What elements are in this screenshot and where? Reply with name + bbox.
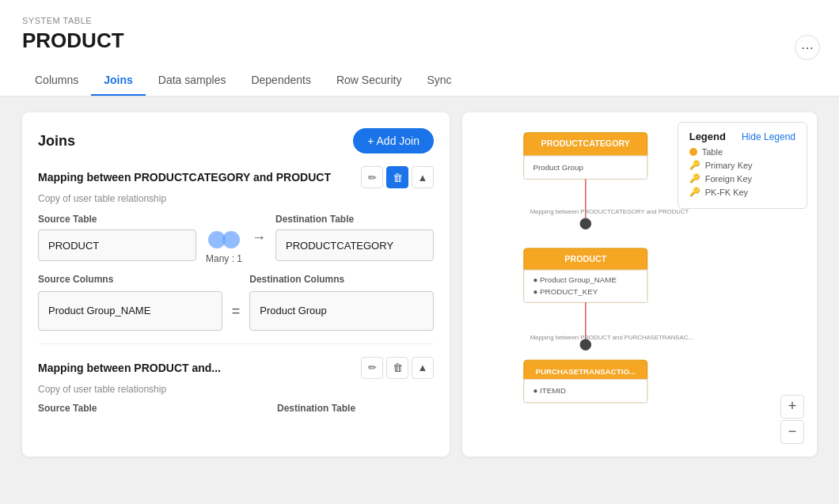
legend-label: Legend bbox=[689, 131, 726, 142]
legend-pkfk-label: PK-FK Key bbox=[705, 188, 748, 197]
page-title: PRODUCT bbox=[22, 28, 817, 53]
mapping-2-collapse-button[interactable]: ▲ bbox=[412, 357, 434, 379]
source-table-box: PRODUCT bbox=[38, 229, 196, 261]
mapping-block-2: Mapping between PRODUCT and... ✏ 🗑 ▲ Cop… bbox=[38, 357, 434, 441]
tab-joins[interactable]: Joins bbox=[91, 66, 146, 96]
tab-columns[interactable]: Columns bbox=[22, 66, 91, 96]
tab-dependents[interactable]: Dependents bbox=[238, 66, 324, 96]
tab-data-samples[interactable]: Data samples bbox=[146, 66, 239, 96]
mapping-2-actions: ✏ 🗑 ▲ bbox=[361, 357, 434, 379]
svg-text:PRODUCTCATEGORY: PRODUCTCATEGORY bbox=[541, 138, 630, 148]
mapping-1-actions: ✏ 🗑 ▲ bbox=[361, 166, 434, 188]
source-table-section: Source Table PRODUCT bbox=[38, 214, 196, 261]
destination-table-box: PRODUCTCATEGORY bbox=[275, 229, 434, 261]
source-column-box: Product Group_NAME bbox=[38, 291, 222, 331]
zoom-out-button[interactable]: − bbox=[780, 420, 804, 444]
mapping-1-title: Mapping between PRODUCTCATEGORY and PROD… bbox=[38, 171, 361, 184]
system-label: SYSTEM TABLE bbox=[22, 16, 817, 25]
legend-item-table: Table bbox=[689, 147, 795, 157]
svg-text:PURCHASETRANSACTIO...: PURCHASETRANSACTIO... bbox=[536, 367, 636, 376]
legend-pk-icon: 🔑 bbox=[689, 160, 700, 170]
joins-panel-header: Joins + Add Join bbox=[38, 128, 434, 153]
content-area: Joins + Add Join Mapping between PRODUCT… bbox=[0, 97, 839, 472]
legend-pkfk-icon: 🔑 bbox=[689, 187, 700, 197]
mapping-1-delete-button[interactable]: 🗑 bbox=[386, 166, 408, 188]
legend-table-dot bbox=[689, 148, 697, 156]
hide-legend-button[interactable]: Hide Legend bbox=[742, 131, 795, 142]
mapping-2-edit-button[interactable]: ✏ bbox=[361, 357, 383, 379]
join-type-label: Many : 1 bbox=[206, 253, 242, 264]
join-type-box: Many : 1 bbox=[206, 214, 242, 264]
destination-table-section: Destination Table PRODUCTCATEGORY bbox=[275, 214, 434, 261]
svg-text:Mapping between PRODUCT and PU: Mapping between PRODUCT and PURCHASETRAN… bbox=[530, 334, 693, 341]
destination-table-label: Destination Table bbox=[275, 214, 434, 225]
source-columns-label: Source Columns bbox=[38, 274, 222, 286]
tabs-nav: Columns Joins Data samples Dependents Ro… bbox=[22, 66, 817, 96]
arrow-line: → bbox=[252, 214, 266, 246]
mapping-1-tables-row: Source Table PRODUCT Many : 1 → Destinat… bbox=[38, 214, 434, 264]
tab-sync[interactable]: Sync bbox=[414, 66, 464, 96]
svg-text:Product Group: Product Group bbox=[533, 163, 583, 172]
destination-column-box: Product Group bbox=[249, 291, 434, 331]
svg-point-14 bbox=[580, 339, 591, 351]
zoom-controls: + − bbox=[780, 395, 804, 444]
svg-text:● Product Group_NAME: ● Product Group_NAME bbox=[533, 275, 617, 284]
mapping-block-1: Mapping between PRODUCTCATEGORY and PROD… bbox=[38, 166, 434, 344]
zoom-in-button[interactable]: + bbox=[780, 395, 804, 419]
mapping-2-subtitle: Copy of user table relationship bbox=[38, 384, 434, 395]
legend-table-label: Table bbox=[702, 147, 723, 157]
svg-point-6 bbox=[580, 218, 591, 229]
page-header: SYSTEM TABLE PRODUCT ⋯ Columns Joins Dat… bbox=[0, 0, 839, 97]
mapping-1-columns-row: Source Columns Product Group_NAME = Dest… bbox=[38, 274, 434, 331]
venn-diagram bbox=[208, 229, 240, 250]
legend-pk-label: Primary Key bbox=[705, 161, 753, 170]
source-columns-section: Source Columns Product Group_NAME bbox=[38, 274, 222, 331]
legend-fk-label: Foreign Key bbox=[705, 174, 752, 184]
svg-text:PRODUCT: PRODUCT bbox=[564, 254, 606, 263]
legend-item-pk: 🔑 Primary Key bbox=[689, 160, 795, 170]
mapping-2-dest-label: Destination Table bbox=[277, 403, 434, 414]
venn-right bbox=[222, 231, 240, 248]
source-table-label: Source Table bbox=[38, 214, 196, 225]
svg-text:● ITEMID: ● ITEMID bbox=[533, 386, 567, 395]
mapping-2-delete-button[interactable]: 🗑 bbox=[386, 357, 408, 379]
mapping-2-source-label: Source Table bbox=[38, 403, 195, 414]
mapping-2-header: Mapping between PRODUCT and... ✏ 🗑 ▲ bbox=[38, 357, 434, 379]
add-join-button[interactable]: + Add Join bbox=[353, 128, 434, 153]
legend-box: Legend Hide Legend Table 🔑 Primary Key 🔑… bbox=[678, 122, 807, 209]
mapping-1-header: Mapping between PRODUCTCATEGORY and PROD… bbox=[38, 166, 434, 188]
mapping-2-title: Mapping between PRODUCT and... bbox=[38, 362, 361, 374]
legend-fk-icon: 🔑 bbox=[689, 173, 700, 184]
joins-panel-title: Joins bbox=[38, 133, 75, 150]
destination-columns-section: Destination Columns Product Group bbox=[249, 274, 434, 331]
mapping-1-edit-button[interactable]: ✏ bbox=[361, 166, 383, 188]
mapping-2-tables-row: Source Table Destination Table bbox=[38, 403, 434, 419]
diagram-panel: PRODUCTCATEGORY Product Group Mapping be… bbox=[462, 112, 817, 457]
legend-item-pkfk: 🔑 PK-FK Key bbox=[689, 187, 795, 197]
svg-text:● PRODUCT_KEY: ● PRODUCT_KEY bbox=[533, 287, 598, 296]
mapping-1-collapse-button[interactable]: ▲ bbox=[412, 166, 434, 188]
destination-columns-label: Destination Columns bbox=[249, 274, 434, 286]
legend-title: Legend Hide Legend bbox=[689, 131, 795, 142]
mapping-2-dest-section: Destination Table bbox=[277, 403, 434, 419]
mapping-2-source-section: Source Table bbox=[38, 403, 195, 419]
mapping-1-subtitle: Copy of user table relationship bbox=[38, 193, 434, 204]
legend-item-fk: 🔑 Foreign Key bbox=[689, 173, 795, 184]
svg-text:Mapping between PRODUCTCATEGOR: Mapping between PRODUCTCATEGORY and PROD… bbox=[530, 208, 689, 215]
tab-row-security[interactable]: Row Security bbox=[324, 66, 414, 96]
joins-panel: Joins + Add Join Mapping between PRODUCT… bbox=[22, 112, 450, 457]
equals-sign: = bbox=[232, 284, 241, 320]
more-options-button[interactable]: ⋯ bbox=[795, 35, 820, 60]
